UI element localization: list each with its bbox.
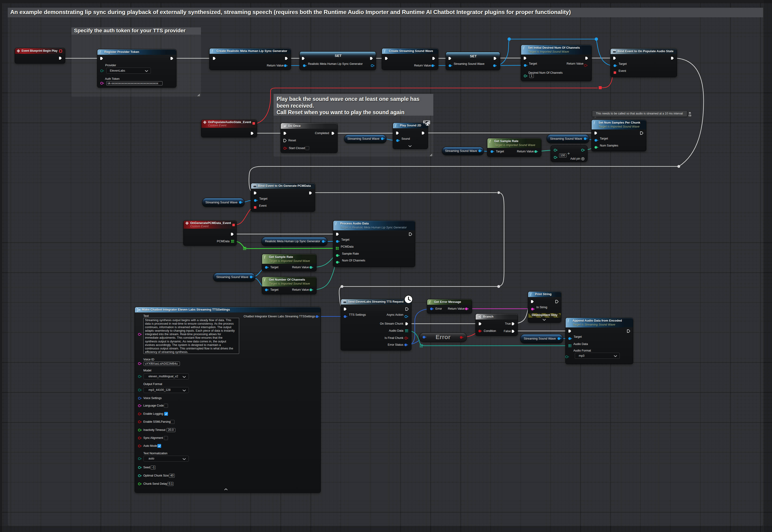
svg-text:1: 1 (285, 124, 286, 126)
